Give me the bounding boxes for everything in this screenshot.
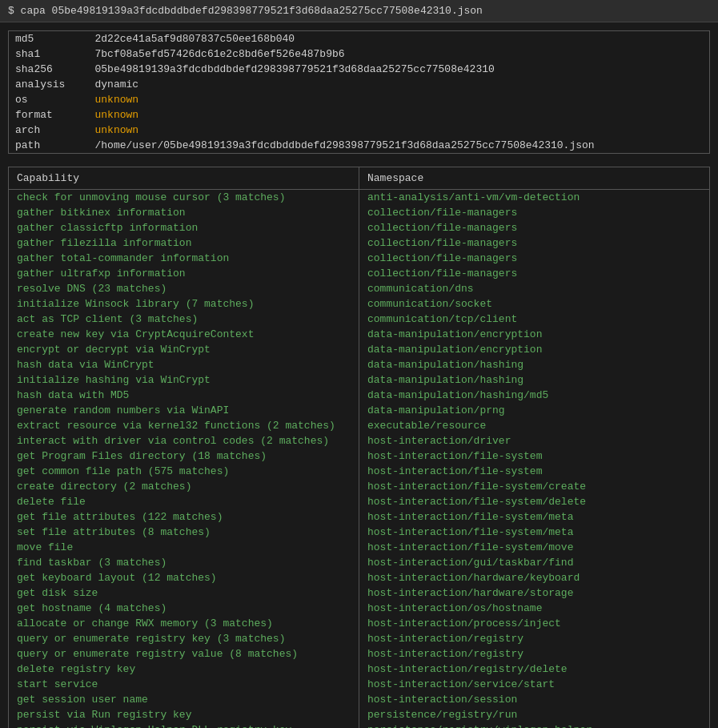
capability-cell: create new key via CryptAcquireContext (9, 327, 359, 342)
metadata-key: os (9, 92, 89, 107)
capability-cell: get common file path (575 matches) (9, 464, 359, 479)
capability-row: interact with driver via control codes (… (9, 433, 710, 448)
capability-row: query or enumerate registry key (3 match… (9, 631, 710, 646)
metadata-value: 2d22ce41a5af9d807837c50ee168b040 (89, 31, 710, 47)
capability-row: initialize Winsock library (7 matches)co… (9, 296, 710, 312)
metadata-key: sha1 (9, 46, 89, 62)
namespace-cell: host-interaction/file-system/create (359, 479, 710, 494)
namespace-cell: host-interaction/registry (359, 631, 710, 646)
capability-row: act as TCP client (3 matches)communicati… (9, 312, 710, 327)
metadata-key: arch (9, 123, 89, 138)
capability-cell: create directory (2 matches) (9, 479, 359, 494)
capability-row: persist via Winlogon Helper DLL registry… (9, 722, 710, 728)
capability-row: find taskbar (3 matches)host-interaction… (9, 555, 710, 570)
metadata-value: /home/user/05be49819139a3fdcdbddbdefd298… (89, 138, 710, 154)
capability-row: get Program Files directory (18 matches)… (9, 448, 710, 464)
capability-cell: find taskbar (3 matches) (9, 555, 359, 570)
capability-cell: hash data with MD5 (9, 388, 359, 403)
capability-cell: get disk size (9, 585, 359, 601)
main-content: md52d22ce41a5af9d807837c50ee168b040sha17… (0, 22, 718, 728)
capability-row: hash data via WinCryptdata-manipulation/… (9, 357, 710, 372)
namespace-cell: host-interaction/file-system/meta (359, 509, 710, 525)
capability-cell: hash data via WinCrypt (9, 357, 359, 372)
namespace-cell: host-interaction/hardware/storage (359, 585, 710, 601)
namespace-cell: data-manipulation/encryption (359, 327, 710, 342)
capability-cell: extract resource via kernel32 functions … (9, 418, 359, 433)
metadata-row: archunknown (9, 123, 710, 138)
metadata-row: osunknown (9, 92, 710, 107)
namespace-cell: data-manipulation/hashing/md5 (359, 388, 710, 403)
metadata-key: sha256 (9, 62, 89, 77)
namespace-cell: host-interaction/process/inject (359, 616, 710, 631)
namespace-cell: data-manipulation/hashing (359, 372, 710, 388)
capability-cell: generate random numbers via WinAPI (9, 403, 359, 418)
capability-cell: initialize Winsock library (7 matches) (9, 296, 359, 312)
capability-cell: check for unmoving mouse cursor (3 match… (9, 190, 359, 206)
metadata-value: 7bcf08a5efd57426dc61e2c8bd6ef526e487b9b6 (89, 46, 710, 62)
namespace-cell: host-interaction/gui/taskbar/find (359, 555, 710, 570)
capability-cell: act as TCP client (3 matches) (9, 312, 359, 327)
metadata-row: md52d22ce41a5af9d807837c50ee168b040 (9, 31, 710, 47)
capability-row: get common file path (575 matches)host-i… (9, 464, 710, 479)
capability-row: create new key via CryptAcquireContextda… (9, 327, 710, 342)
namespace-cell: host-interaction/session (359, 692, 710, 707)
namespace-cell: data-manipulation/prng (359, 403, 710, 418)
namespace-cell: anti-analysis/anti-vm/vm-detection (359, 190, 710, 206)
metadata-key: path (9, 138, 89, 154)
capability-cell: persist via Winlogon Helper DLL registry… (9, 722, 359, 728)
namespace-cell: host-interaction/hardware/keyboard (359, 570, 710, 585)
title-text: $ capa 05be49819139a3fdcdbddbdefd2983987… (8, 5, 483, 17)
metadata-value: unknown (89, 107, 710, 123)
capability-row: move filehost-interaction/file-system/mo… (9, 540, 710, 555)
capabilities-table: Capability Namespace check for unmoving … (8, 167, 710, 728)
capability-row: gather bitkinex informationcollection/fi… (9, 205, 710, 220)
namespace-cell: persistence/registry/winlogon-helper (359, 722, 710, 728)
capability-cell: delete registry key (9, 662, 359, 677)
namespace-cell: collection/file-managers (359, 205, 710, 220)
capability-row: get session user namehost-interaction/se… (9, 692, 710, 707)
capability-cell: get session user name (9, 692, 359, 707)
capability-row: hash data with MD5data-manipulation/hash… (9, 388, 710, 403)
metadata-row: formatunknown (9, 107, 710, 123)
capabilities-header-row: Capability Namespace (9, 167, 710, 190)
namespace-cell: collection/file-managers (359, 220, 710, 235)
namespace-cell: communication/tcp/client (359, 312, 710, 327)
capability-cell: gather filezilla information (9, 235, 359, 251)
namespace-cell: persistence/registry/run (359, 707, 710, 722)
namespace-cell: data-manipulation/encryption (359, 342, 710, 357)
title-bar: $ capa 05be49819139a3fdcdbddbdefd2983987… (0, 0, 718, 22)
capability-row: get file attributes (122 matches)host-in… (9, 509, 710, 525)
namespace-cell: host-interaction/file-system/move (359, 540, 710, 555)
capability-cell: get hostname (4 matches) (9, 601, 359, 616)
capability-cell: start service (9, 677, 359, 692)
capability-cell: gather total-commander information (9, 251, 359, 266)
capability-row: get keyboard layout (12 matches)host-int… (9, 570, 710, 585)
metadata-row: analysisdynamic (9, 77, 710, 92)
namespace-cell: collection/file-managers (359, 235, 710, 251)
capability-row: delete filehost-interaction/file-system/… (9, 494, 710, 509)
namespace-cell: collection/file-managers (359, 266, 710, 281)
namespace-cell: host-interaction/driver (359, 433, 710, 448)
namespace-cell: host-interaction/file-system/meta (359, 525, 710, 540)
capability-cell: get keyboard layout (12 matches) (9, 570, 359, 585)
capability-row: set file attributes (8 matches)host-inte… (9, 525, 710, 540)
capability-row: create directory (2 matches)host-interac… (9, 479, 710, 494)
capability-row: persist via Run registry keypersistence/… (9, 707, 710, 722)
capability-row: check for unmoving mouse cursor (3 match… (9, 190, 710, 206)
metadata-value: unknown (89, 123, 710, 138)
capability-cell: move file (9, 540, 359, 555)
capability-cell: query or enumerate registry value (8 mat… (9, 646, 359, 662)
capability-row: generate random numbers via WinAPIdata-m… (9, 403, 710, 418)
capability-row: get hostname (4 matches)host-interaction… (9, 601, 710, 616)
namespace-cell: communication/socket (359, 296, 710, 312)
namespace-cell: host-interaction/registry (359, 646, 710, 662)
capability-cell: delete file (9, 494, 359, 509)
capability-row: encrypt or decrypt via WinCryptdata-mani… (9, 342, 710, 357)
capability-cell: persist via Run registry key (9, 707, 359, 722)
capability-row: gather classicftp informationcollection/… (9, 220, 710, 235)
metadata-row: path/home/user/05be49819139a3fdcdbddbdef… (9, 138, 710, 154)
capability-cell: initialize hashing via WinCrypt (9, 372, 359, 388)
capability-row: gather ultrafxp informationcollection/fi… (9, 266, 710, 281)
capability-cell: resolve DNS (23 matches) (9, 281, 359, 296)
namespace-cell: executable/resource (359, 418, 710, 433)
